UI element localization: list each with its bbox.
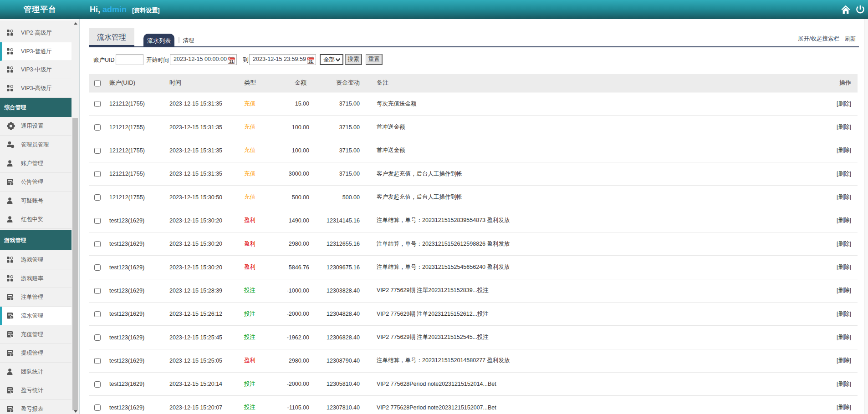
svg-text:31: 31 <box>229 59 234 64</box>
svg-text:31: 31 <box>308 59 313 64</box>
